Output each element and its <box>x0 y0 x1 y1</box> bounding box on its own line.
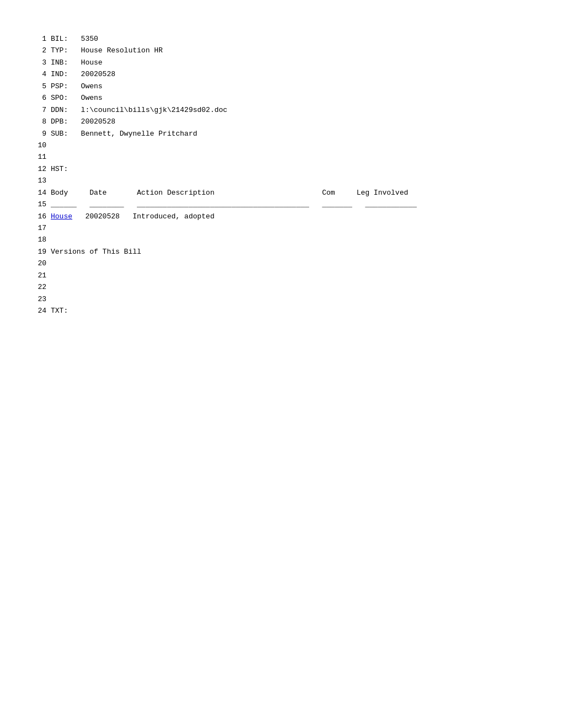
line-num-2: 2 <box>33 45 46 56</box>
line-12: 12 HST: <box>33 163 530 175</box>
line-num-19: 19 <box>33 246 46 258</box>
line-18: 18 <box>33 234 530 245</box>
line-content-3: INB: House <box>51 57 103 68</box>
line-content-24: TXT: <box>51 305 68 317</box>
line-8: 8 DPB: 20020528 <box>33 116 530 127</box>
line-content-4: IND: 20020528 <box>51 68 115 80</box>
line-content-6: SPO: Owens <box>51 92 103 104</box>
line-num-1: 1 <box>33 33 46 45</box>
line-num-5: 5 <box>33 81 46 92</box>
line-10: 10 <box>33 140 530 151</box>
line-content-5: PSP: Owens <box>51 81 103 92</box>
line-content-2: TYP: House Resolution HR <box>51 45 163 56</box>
line-num-20: 20 <box>33 258 46 269</box>
line-5: 5 PSP: Owens <box>33 81 530 92</box>
line-content-19: Versions of This Bill <box>51 246 141 258</box>
line-14: 14 Body Date Action Description Com Leg … <box>33 187 530 199</box>
line-num-4: 4 <box>33 68 46 80</box>
line-num-7: 7 <box>33 104 46 116</box>
line-19: 19 Versions of This Bill <box>33 246 530 258</box>
line-15: 15 ______ ________ _____________________… <box>33 199 530 210</box>
line-content-9: SUB: Bennett, Dwynelle Pritchard <box>51 128 197 140</box>
line-num-24: 24 <box>33 305 46 317</box>
line-num-8: 8 <box>33 116 46 127</box>
line-content-12: HST: <box>51 163 68 175</box>
line-7: 7 DDN: l:\council\bills\gjk\21429sd02.do… <box>33 104 530 116</box>
line-num-16: 16 <box>33 211 46 222</box>
line-23: 23 <box>33 293 530 305</box>
line-num-14: 14 <box>33 187 46 199</box>
line-num-17: 17 <box>33 222 46 234</box>
line-content-15: ______ ________ ________________________… <box>51 199 417 210</box>
line-num-21: 21 <box>33 270 46 281</box>
line-20: 20 <box>33 258 530 269</box>
line-17: 17 <box>33 222 530 234</box>
line-22: 22 <box>33 281 530 293</box>
line-num-13: 13 <box>33 175 46 186</box>
line-21: 21 <box>33 270 530 281</box>
line-num-18: 18 <box>33 234 46 245</box>
line-4: 4 IND: 20020528 <box>33 68 530 80</box>
line-16: 16 House 20020528 Introduced, adopted <box>33 211 530 222</box>
line-13: 13 <box>33 175 530 186</box>
main-content: 1 BIL: 5350 2 TYP: House Resolution HR 3… <box>33 33 530 317</box>
line-num-22: 22 <box>33 281 46 293</box>
line-6: 6 SPO: Owens <box>33 92 530 104</box>
line-num-9: 9 <box>33 128 46 140</box>
line-num-12: 12 <box>33 163 46 175</box>
house-link[interactable]: House <box>51 212 72 221</box>
line-num-15: 15 <box>33 199 46 210</box>
line-num-10: 10 <box>33 140 46 151</box>
line-num-11: 11 <box>33 151 46 163</box>
line-3: 3 INB: House <box>33 57 530 68</box>
line-1: 1 BIL: 5350 <box>33 33 530 45</box>
line-2: 2 TYP: House Resolution HR <box>33 45 530 56</box>
line-24: 24 TXT: <box>33 305 530 317</box>
line-num-6: 6 <box>33 92 46 104</box>
line-content-14: Body Date Action Description Com Leg Inv… <box>51 187 408 199</box>
line-9: 9 SUB: Bennett, Dwynelle Pritchard <box>33 128 530 140</box>
line-content-7: DDN: l:\council\bills\gjk\21429sd02.doc <box>51 104 227 116</box>
line-num-3: 3 <box>33 57 46 68</box>
line-content-1: BIL: 5350 <box>51 33 98 45</box>
line-content-8: DPB: 20020528 <box>51 116 115 127</box>
line-11: 11 <box>33 151 530 163</box>
line-content-16: House 20020528 Introduced, adopted <box>51 211 214 222</box>
line-num-23: 23 <box>33 293 46 305</box>
